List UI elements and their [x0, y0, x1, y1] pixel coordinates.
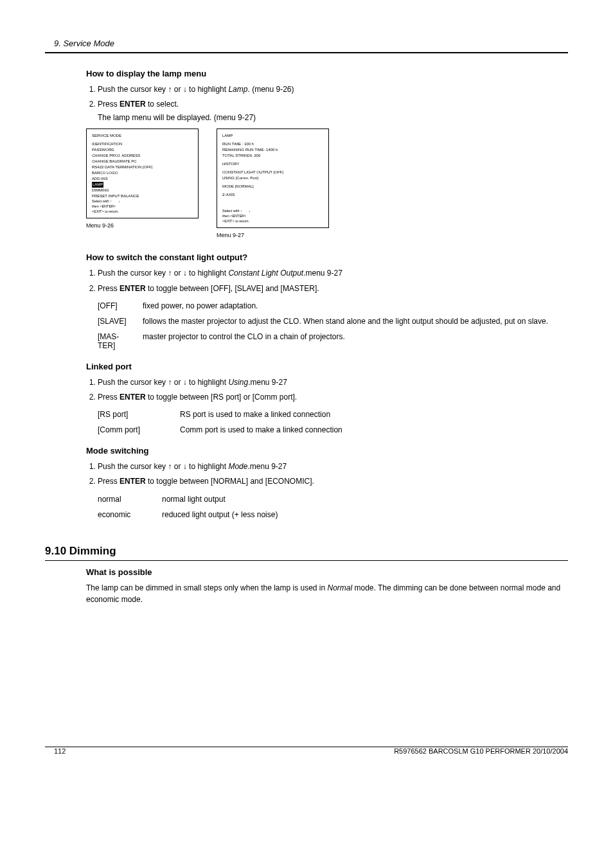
- text: <EXIT> to return.: [222, 219, 249, 223]
- text: . (menu 9-26): [247, 85, 294, 94]
- highlight: LAMP: [92, 182, 103, 188]
- footer: 112 R5976562 BARCOSLM G10 PERFORMER 20/1…: [45, 747, 568, 755]
- term: normal: [98, 495, 162, 504]
- menu-title: SERVICE MODE: [92, 133, 193, 139]
- def-row: [SLAVE] follows the master projector to …: [98, 317, 568, 326]
- text: Press: [98, 393, 120, 402]
- menu-footer: Select with then <ENTER> <EXIT> to retur…: [222, 208, 323, 224]
- text: Press: [98, 100, 120, 109]
- section-dimming: 9.10 Dimming What is possible The lamp c…: [45, 545, 568, 605]
- def-row: [MAS- TER] master projector to control t…: [98, 332, 568, 350]
- term: [OFF]: [98, 301, 143, 310]
- italic: Lamp: [228, 85, 247, 94]
- text: .menu 9-27: [248, 378, 287, 387]
- desc: Comm port is used to make a linked conne…: [180, 425, 568, 434]
- text: Push the cursor key ↑ or ↓ to highlight: [98, 85, 228, 94]
- doc-id: R5976562 BARCOSLM G10 PERFORMER 20/10/20…: [394, 747, 568, 755]
- text: <EXIT> to return.: [92, 209, 119, 213]
- arrows-icon: [240, 209, 251, 213]
- desc: master projector to control the CLO in a…: [143, 332, 568, 350]
- desc: RS port is used to make a linked connect…: [180, 410, 568, 419]
- italic: Mode: [228, 462, 247, 471]
- step: Push the cursor key ↑ or ↓ to highlight …: [98, 461, 568, 473]
- desc: normal light output: [162, 495, 568, 504]
- bold: ENTER: [120, 393, 146, 402]
- menu-line: CHANGE PROJ. ADDRESS: [92, 153, 193, 159]
- step: Push the cursor key ↑ or ↓ to highlight …: [98, 267, 568, 279]
- menu-line-hl: LAMP: [92, 182, 193, 188]
- chapter-header: 9. Service Mode: [45, 39, 568, 48]
- def-table-clo: [OFF] fixed power, no power adaptation. …: [98, 301, 568, 350]
- menu-footer: Select with then <ENTER> <EXIT> to retur…: [92, 199, 193, 215]
- dimming-body: What is possible The lamp can be dimmed …: [86, 567, 568, 605]
- text: .menu 9-27: [247, 462, 287, 471]
- text: to toggle between [RS port] or [Comm por…: [146, 393, 297, 402]
- bold: ENTER: [120, 477, 146, 486]
- menu-line: PASSWORD: [92, 147, 193, 153]
- menu-line: MODE [NORMAL]: [222, 184, 323, 190]
- text: Select with: [222, 209, 240, 213]
- term: [MAS- TER]: [98, 332, 143, 350]
- bold: ENTER: [120, 284, 146, 293]
- term: [RS port]: [98, 410, 180, 419]
- menu-line: RUN TIME : 100 h: [222, 141, 323, 147]
- steps-mode: Push the cursor key ↑ or ↓ to highlight …: [86, 461, 568, 488]
- heading-dimming: 9.10 Dimming: [45, 545, 568, 558]
- text: Press: [98, 284, 120, 293]
- menu-line: REMAINING RUN TIME: 1400 h: [222, 147, 323, 153]
- menu-line: Z-AXIS: [222, 192, 323, 198]
- term: [SLAVE]: [98, 317, 143, 326]
- italic: Using: [228, 378, 248, 387]
- term: [Comm port]: [98, 425, 180, 434]
- steps-linked: Push the cursor key ↑ or ↓ to highlight …: [86, 376, 568, 403]
- menu-line: TOTAL STRIKES: 200: [222, 153, 323, 159]
- menu-line: RS422 DATA TERMINATION [OFF]: [92, 164, 193, 170]
- header-rule: [45, 52, 568, 53]
- menu-line: BARCO LOGO: [92, 170, 193, 176]
- italic: Normal: [328, 583, 353, 592]
- menu-9-26-wrap: SERVICE MODE IDENTIFICATION PASSWORD CHA…: [86, 128, 199, 238]
- menu-line: CHANGE BAUDRATE PC: [92, 159, 193, 164]
- text: then <ENTER>: [92, 204, 116, 208]
- page-number: 112: [45, 747, 66, 755]
- menu-line: CONSTANT LIGHT OUTPUT [OFF]: [222, 170, 323, 175]
- text: Push the cursor key ↑ or ↓ to highlight: [98, 378, 228, 387]
- text: to toggle between [OFF], [SLAVE] and [MA…: [146, 284, 319, 293]
- menu-line: IDENTIFICATION: [92, 141, 193, 147]
- menu-9-27-wrap: LAMP RUN TIME : 100 h REMAINING RUN TIME…: [217, 128, 329, 238]
- text: Push the cursor key ↑ or ↓ to highlight: [98, 269, 228, 278]
- step: Press ENTER to toggle between [OFF], [SL…: [98, 283, 568, 295]
- menu-caption: Menu 9-26: [86, 222, 199, 229]
- heading-linked-port: Linked port: [86, 362, 568, 371]
- steps-lamp-menu: Push the cursor key ↑ or ↓ to highlight …: [86, 84, 568, 111]
- arrows-icon: [110, 199, 120, 203]
- heading-what-possible: What is possible: [86, 567, 568, 577]
- menu-line: USING [Comm. Port]: [222, 175, 323, 181]
- def-row: [RS port] RS port is used to make a link…: [98, 410, 568, 419]
- section-linked-port: Linked port Push the cursor key ↑ or ↓ t…: [86, 362, 568, 434]
- heading-lamp-menu: How to display the lamp menu: [86, 69, 568, 78]
- menu-line: DIMMING: [92, 188, 193, 193]
- heading-clo: How to switch the constant light output?: [86, 252, 568, 262]
- section-clo: How to switch the constant light output?…: [86, 252, 568, 350]
- menu-title: LAMP: [222, 133, 323, 139]
- step: Push the cursor key ↑ or ↓ to highlight …: [98, 376, 568, 389]
- steps-clo: Push the cursor key ↑ or ↓ to highlight …: [86, 267, 568, 294]
- step: Press ENTER to toggle between [RS port] …: [98, 391, 568, 403]
- text: Push the cursor key ↑ or ↓ to highlight: [98, 462, 228, 471]
- def-row: normal normal light output: [98, 495, 568, 504]
- term: economic: [98, 510, 162, 519]
- desc: follows the master projector to adjust t…: [143, 317, 568, 326]
- def-row: [Comm port] Comm port is used to make a …: [98, 425, 568, 434]
- def-table-linked: [RS port] RS port is used to make a link…: [98, 410, 568, 434]
- step: Press ENTER to select.: [98, 98, 568, 111]
- menu-9-27: LAMP RUN TIME : 100 h REMAINING RUN TIME…: [217, 128, 329, 228]
- dimming-text: The lamp can be dimmed in small steps on…: [86, 582, 568, 605]
- def-table-mode: normal normal light output economic redu…: [98, 495, 568, 519]
- desc: reduced light output (+ less noise): [162, 510, 568, 519]
- text: to select.: [146, 100, 179, 109]
- step: Press ENTER to toggle between [NORMAL] a…: [98, 475, 568, 488]
- bold: ENTER: [120, 100, 146, 109]
- heading-mode: Mode switching: [86, 446, 568, 456]
- text: Select with: [92, 199, 110, 203]
